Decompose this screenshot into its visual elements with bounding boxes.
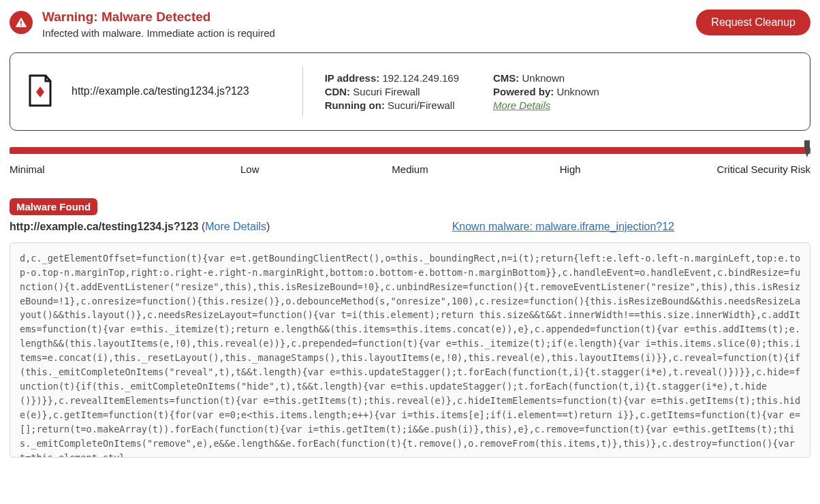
warning-header-left: Warning: Malware Detected Infected with …: [10, 10, 275, 39]
result-section: Malware Found http://example.ca/testing1…: [0, 175, 820, 233]
svg-rect-0: [20, 21, 22, 25]
result-more-details-link[interactable]: More Details: [205, 221, 266, 232]
warning-text-block: Warning: Malware Detected Infected with …: [42, 10, 275, 39]
risk-marker-icon: [802, 140, 812, 160]
running-on-label: Running on:: [325, 99, 385, 111]
risk-meter: Minimal Low Medium High Critical Securit…: [0, 143, 820, 175]
risk-label-minimal: Minimal: [10, 163, 170, 175]
meta-column-right: CMS: Unknown Powered by: Unknown More De…: [493, 72, 599, 111]
risk-label-critical: Critical Security Risk: [650, 163, 810, 175]
cdn-label: CDN:: [325, 86, 351, 97]
scanned-url: http://example.ca/testing1234.js?123: [72, 85, 249, 97]
meta-column-left: IP address: 192.124.249.169 CDN: Sucuri …: [325, 72, 459, 111]
warning-header: Warning: Malware Detected Infected with …: [0, 0, 820, 46]
running-on-value: Sucuri/Firewall: [388, 99, 454, 111]
known-malware-link[interactable]: Known malware: malware.iframe_injection?…: [452, 221, 674, 233]
risk-label-high: High: [490, 163, 650, 175]
warning-title: Warning: Malware Detected: [42, 10, 275, 25]
risk-label-low: Low: [170, 163, 330, 175]
result-url-line: http://example.ca/testing1234.js?123 (Mo…: [10, 221, 270, 233]
vertical-divider: [302, 67, 303, 116]
powered-by-value: Unknown: [556, 86, 599, 97]
result-left: Malware Found http://example.ca/testing1…: [10, 198, 270, 233]
alert-icon: [10, 11, 33, 34]
malware-code-block: d,c._getElementOffset=function(t){var e=…: [10, 242, 810, 458]
powered-by-label: Powered by:: [493, 86, 554, 97]
more-details-link[interactable]: More Details: [493, 99, 550, 111]
cms-label: CMS:: [493, 72, 519, 84]
request-cleanup-button[interactable]: Request Cleanup: [696, 10, 810, 35]
ip-value: 192.124.249.169: [382, 72, 459, 84]
svg-rect-1: [20, 25, 22, 26]
cdn-value: Sucuri Firewall: [353, 86, 420, 97]
risk-bar-fill: [10, 147, 810, 154]
risk-label-medium: Medium: [330, 163, 490, 175]
result-url: http://example.ca/testing1234.js?123: [10, 221, 198, 232]
risk-track: [10, 143, 810, 157]
malware-found-badge: Malware Found: [10, 198, 97, 215]
risk-labels: Minimal Low Medium High Critical Securit…: [10, 163, 810, 175]
cms-value: Unknown: [522, 72, 565, 84]
warning-subtitle: Infected with malware. Immediate action …: [42, 27, 275, 39]
ip-label: IP address:: [325, 72, 380, 84]
site-summary-card: http://example.ca/testing1234.js?123 IP …: [10, 52, 810, 131]
file-warning-icon: [27, 74, 54, 109]
